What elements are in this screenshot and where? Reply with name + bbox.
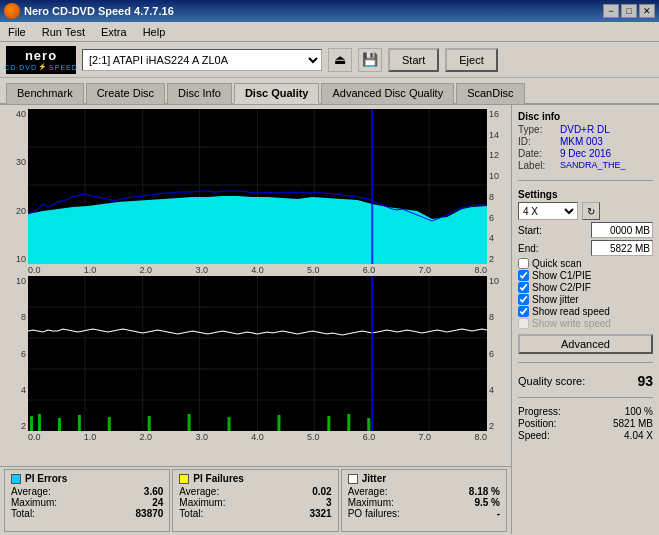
pi-failures-avg-label: Average:: [179, 486, 219, 497]
svg-rect-29: [108, 417, 111, 431]
pi-failures-max-value: 3: [326, 497, 332, 508]
menu-help[interactable]: Help: [139, 25, 170, 39]
quick-scan-checkbox[interactable]: [518, 258, 529, 269]
nero-logo: nero CD·DVD⚡SPEED: [6, 46, 76, 74]
disc-info-title: Disc info: [518, 111, 653, 122]
speed-stat-value: 4.04 X: [624, 430, 653, 441]
quality-score-label: Quality score:: [518, 375, 585, 387]
tab-create-disc[interactable]: Create Disc: [86, 83, 165, 104]
eject-icon-btn[interactable]: ⏏: [328, 48, 352, 72]
show-c2pif-checkbox[interactable]: [518, 282, 529, 293]
drive-select[interactable]: [2:1] ATAPI iHAS224 A ZL0A: [82, 49, 322, 71]
position-value: 5821 MB: [613, 418, 653, 429]
start-button[interactable]: Start: [388, 48, 439, 72]
show-read-speed-row: Show read speed: [518, 306, 653, 317]
advanced-button[interactable]: Advanced: [518, 334, 653, 354]
pi-errors-avg-label: Average:: [11, 486, 51, 497]
end-row: End:: [518, 240, 653, 256]
tab-disc-quality[interactable]: Disc Quality: [234, 83, 320, 104]
show-jitter-checkbox[interactable]: [518, 294, 529, 305]
upper-graph-canvas: [28, 109, 487, 264]
svg-rect-26: [38, 414, 41, 431]
progress-label: Progress:: [518, 406, 561, 417]
tab-scan-disc[interactable]: ScanDisc: [456, 83, 524, 104]
jitter-title: Jitter: [362, 473, 386, 484]
tab-disc-info[interactable]: Disc Info: [167, 83, 232, 104]
upper-graph-container: 40302010: [4, 109, 507, 264]
quick-scan-label: Quick scan: [532, 258, 581, 269]
jitter-avg-value: 8.18 %: [469, 486, 500, 497]
pi-failures-title: PI Failures: [193, 473, 244, 484]
pi-errors-avg-value: 3.60: [144, 486, 163, 497]
menu-run-test[interactable]: Run Test: [38, 25, 89, 39]
show-c1pie-checkbox[interactable]: [518, 270, 529, 281]
end-label: End:: [518, 243, 539, 254]
show-c2pif-row: Show C2/PIF: [518, 282, 653, 293]
jitter-max-label: Maximum:: [348, 497, 394, 508]
jitter-box: Jitter Average: 8.18 % Maximum: 9.5 % PO…: [341, 469, 507, 532]
upper-y-axis-left: 40302010: [4, 109, 28, 264]
start-input[interactable]: [591, 222, 653, 238]
progress-value: 100 %: [625, 406, 653, 417]
pi-errors-max-value: 24: [152, 497, 163, 508]
pi-errors-title: PI Errors: [25, 473, 67, 484]
show-write-speed-label: Show write speed: [532, 318, 611, 329]
menu-file[interactable]: File: [4, 25, 30, 39]
tab-bar: Benchmark Create Disc Disc Info Disc Qua…: [0, 78, 659, 105]
svg-rect-30: [148, 416, 151, 431]
title-bar: Nero CD-DVD Speed 4.7.7.16 − □ ✕: [0, 0, 659, 22]
id-label: ID:: [518, 136, 556, 147]
settings-section: Settings 4 X ↻ Start: End: Quick scan: [518, 189, 653, 354]
close-button[interactable]: ✕: [639, 4, 655, 18]
date-label: Date:: [518, 148, 556, 159]
show-read-speed-checkbox[interactable]: [518, 306, 529, 317]
jitter-color: [348, 474, 358, 484]
type-label: Type:: [518, 124, 556, 135]
end-input[interactable]: [591, 240, 653, 256]
jitter-po-label: PO failures:: [348, 508, 400, 519]
minimize-button[interactable]: −: [603, 4, 619, 18]
tab-advanced-disc-quality[interactable]: Advanced Disc Quality: [321, 83, 454, 104]
tab-benchmark[interactable]: Benchmark: [6, 83, 84, 104]
menu-extra[interactable]: Extra: [97, 25, 131, 39]
id-value: MKM 003: [560, 136, 603, 147]
divider-3: [518, 397, 653, 398]
pi-failures-max-label: Maximum:: [179, 497, 225, 508]
svg-rect-28: [78, 415, 81, 431]
show-c2pif-label: Show C2/PIF: [532, 282, 591, 293]
svg-rect-33: [277, 415, 280, 431]
pi-failures-avg-value: 0.02: [312, 486, 331, 497]
show-c1pie-row: Show C1/PIE: [518, 270, 653, 281]
jitter-avg-label: Average:: [348, 486, 388, 497]
eject-button[interactable]: Eject: [445, 48, 497, 72]
show-read-speed-label: Show read speed: [532, 306, 610, 317]
show-c1pie-label: Show C1/PIE: [532, 270, 591, 281]
main-content: 40302010: [0, 105, 659, 534]
save-icon-btn[interactable]: 💾: [358, 48, 382, 72]
pi-errors-color: [11, 474, 21, 484]
svg-rect-35: [347, 414, 350, 431]
pi-failures-color: [179, 474, 189, 484]
type-value: DVD+R DL: [560, 124, 610, 135]
divider-1: [518, 180, 653, 181]
label-label: Label:: [518, 160, 556, 171]
speed-select[interactable]: 4 X: [518, 202, 578, 220]
svg-rect-32: [228, 417, 231, 431]
divider-2: [518, 362, 653, 363]
pi-errors-total-value: 83870: [136, 508, 164, 519]
svg-rect-27: [58, 418, 61, 431]
disc-info-section: Disc info Type: DVD+R DL ID: MKM 003 Dat…: [518, 111, 653, 172]
start-label: Start:: [518, 225, 542, 236]
speed-stat-label: Speed:: [518, 430, 550, 441]
show-jitter-row: Show jitter: [518, 294, 653, 305]
settings-title: Settings: [518, 189, 653, 200]
toolbar: nero CD·DVD⚡SPEED [2:1] ATAPI iHAS224 A …: [0, 42, 659, 78]
position-label: Position:: [518, 418, 556, 429]
window-controls: − □ ✕: [603, 4, 655, 18]
refresh-button[interactable]: ↻: [582, 202, 600, 220]
maximize-button[interactable]: □: [621, 4, 637, 18]
lower-graph-canvas: [28, 276, 487, 431]
nero-logo-text: nero: [25, 48, 57, 63]
show-write-speed-checkbox: [518, 318, 529, 329]
upper-x-axis: 0.01.02.03.04.05.06.07.08.0: [28, 264, 487, 276]
